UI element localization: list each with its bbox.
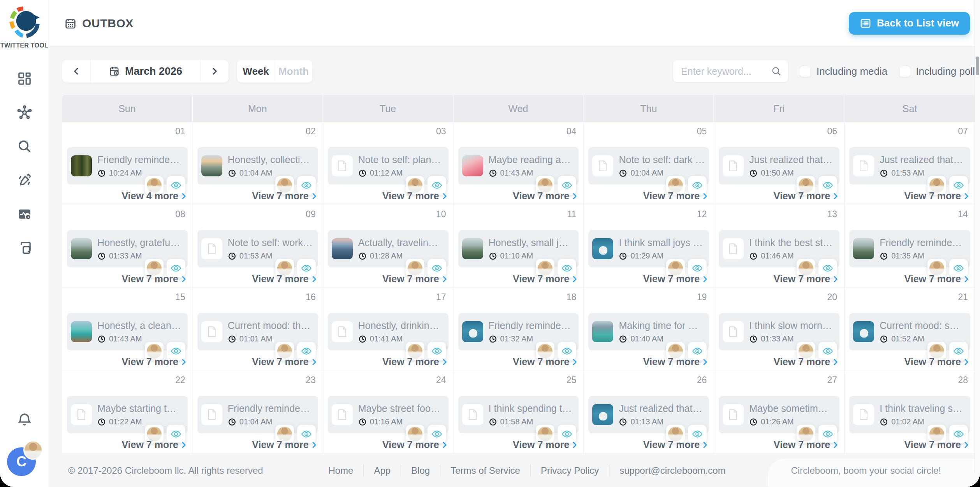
scheduled-post[interactable]: Note to self: plan…01:12 AM (328, 147, 449, 185)
create-post-icon[interactable] (15, 171, 34, 190)
clock-icon (97, 169, 106, 178)
scheduled-post[interactable]: I think the best st…01:46 AM (719, 230, 839, 267)
user-account[interactable]: C (7, 447, 37, 477)
scheduled-post[interactable]: Maybe reading a…01:43 AM (458, 147, 579, 185)
content-area: March 2026 Week Month (49, 47, 980, 487)
view-more-link[interactable]: View 7 more (382, 439, 448, 450)
post-time: 01:33 AM (761, 334, 794, 343)
view-more-link[interactable]: View 7 more (513, 439, 579, 450)
view-more-link[interactable]: View 7 more (904, 356, 970, 367)
view-more-link[interactable]: View 7 more (121, 356, 187, 367)
user-avatar (23, 440, 43, 460)
document-icon (723, 155, 744, 176)
view-more-link[interactable]: View 7 more (774, 356, 839, 367)
scheduled-post[interactable]: Honestly, small j…01:10 AM (458, 230, 579, 267)
post-thumbnail (592, 238, 613, 259)
scheduled-post[interactable]: Honestly, drinkin…01:41 AM (328, 313, 449, 350)
view-more-link[interactable]: View 7 more (252, 356, 318, 367)
next-month-button[interactable] (201, 60, 229, 83)
view-more-link[interactable]: View 7 more (774, 273, 839, 285)
view-more-link[interactable]: View 7 more (513, 273, 579, 285)
scheduled-post[interactable]: Friendly reminde…01:32 AM (458, 313, 579, 350)
month-picker-button[interactable]: March 2026 (90, 60, 201, 83)
day-number: 13 (827, 209, 837, 220)
collections-icon[interactable] (15, 239, 34, 257)
view-more-link[interactable]: View 7 more (252, 273, 318, 285)
scheduled-post[interactable]: I think small joys …01:29 AM (588, 230, 709, 267)
view-more-link[interactable]: View 7 more (382, 356, 448, 367)
view-more-link[interactable]: View 7 more (382, 190, 448, 202)
post-title: Note to self: work… (228, 237, 313, 248)
scheduled-post[interactable]: Just realized that…01:53 AM (849, 147, 970, 185)
post-time: 01:26 AM (761, 417, 794, 426)
circleboom-logo[interactable]: TWITTER TOOL (0, 5, 49, 49)
footer-link-privacy[interactable]: Privacy Policy (531, 465, 609, 476)
view-more-link[interactable]: View 7 more (774, 190, 839, 202)
post-thumbnail (592, 321, 613, 342)
scheduled-post[interactable]: Current mood: th…01:01 AM (197, 313, 318, 350)
footer-link-support-email[interactable]: support@circleboom.com (609, 465, 735, 476)
document-icon (71, 404, 92, 425)
view-more-link[interactable]: View 7 more (643, 273, 709, 285)
footer-link-home[interactable]: Home (318, 465, 363, 476)
view-more-link[interactable]: View 7 more (121, 439, 187, 450)
scheduled-post[interactable]: Friendly reminde…01:35 AM (849, 230, 970, 267)
calendar-day-cell: 28I think traveling s…01:02 AMView 7 mor… (845, 371, 975, 454)
prev-month-button[interactable] (62, 60, 90, 83)
scheduled-post[interactable]: Actually, travelin…01:28 AM (328, 230, 449, 267)
scheduled-post[interactable]: Making time for …01:40 AM (588, 313, 709, 350)
scrollbar-thumb[interactable] (976, 56, 979, 75)
view-more-link[interactable]: View 7 more (643, 356, 709, 367)
day-header: Sat (845, 95, 975, 122)
post-time: 01:22 AM (109, 417, 142, 426)
footer-link-app[interactable]: App (364, 465, 401, 476)
search-nav-icon[interactable] (15, 137, 34, 156)
clock-icon (228, 169, 236, 178)
view-more-link[interactable]: View 7 more (121, 273, 187, 285)
scheduled-post[interactable]: Maybe starting t…01:22 AM (67, 396, 188, 433)
scheduled-post[interactable]: I think traveling s…01:02 AM (849, 396, 970, 433)
view-more-link[interactable]: View 7 more (774, 439, 839, 450)
scheduled-post[interactable]: Just realized that…01:13 AM (588, 396, 709, 433)
tab-week[interactable]: Week (237, 60, 274, 83)
dashboard-icon[interactable] (15, 69, 34, 88)
view-more-link[interactable]: View 7 more (643, 439, 709, 450)
scheduled-post[interactable]: Maybe sometim…01:26 AM (719, 396, 839, 433)
clock-icon (880, 169, 888, 178)
page-title-text: OUTBOX (82, 17, 134, 30)
scheduled-post[interactable]: I think spending t…01:58 AM (458, 396, 579, 433)
scheduled-post[interactable]: Honestly, gratefu…01:33 AM (67, 230, 188, 267)
view-more-link[interactable]: View 7 more (904, 439, 970, 450)
post-title: Just realized that… (880, 154, 963, 165)
scheduled-post[interactable]: Maybe street foo…01:16 AM (328, 396, 449, 433)
footer-link-terms[interactable]: Terms of Service (440, 465, 530, 476)
scheduled-post[interactable]: Friendly reminde…10:24 AM (67, 147, 188, 185)
scheduled-post[interactable]: Friendly reminde…01:04 AM (197, 396, 318, 433)
including-media-checkbox[interactable] (800, 66, 811, 77)
scheduled-post[interactable]: Current mood: s…01:52 AM (849, 313, 970, 350)
tab-month[interactable]: Month (274, 60, 312, 83)
view-more-link[interactable]: View 7 more (382, 273, 448, 285)
post-thumbnail (71, 321, 92, 342)
notifications-bell-icon[interactable] (0, 411, 49, 428)
view-more-link[interactable]: View 7 more (904, 190, 970, 202)
scheduled-post[interactable]: Note to self: work…01:53 AM (197, 230, 318, 267)
including-poll-checkbox[interactable] (899, 66, 910, 77)
connections-icon[interactable] (15, 103, 34, 122)
scheduled-post[interactable]: Honestly, collecti…01:04 AM (197, 147, 318, 185)
view-more-link[interactable]: View 7 more (252, 190, 318, 202)
scheduled-post[interactable]: I think slow morn…01:33 AM (719, 313, 839, 350)
scheduled-post[interactable]: Note to self: dark …01:04 AM (588, 147, 709, 185)
view-more-link[interactable]: View 7 more (643, 190, 709, 202)
scheduled-post[interactable]: Honestly, a clean…01:43 AM (67, 313, 188, 350)
view-more-link[interactable]: View 4 more (121, 190, 187, 202)
view-more-link[interactable]: View 7 more (513, 190, 579, 202)
view-more-link[interactable]: View 7 more (252, 439, 318, 450)
view-more-link[interactable]: View 7 more (513, 356, 579, 367)
scheduled-post[interactable]: Just realized that…01:50 AM (719, 147, 839, 185)
search-icon[interactable] (771, 66, 782, 77)
analytics-icon[interactable] (15, 205, 34, 223)
back-to-list-button[interactable]: Back to List view (849, 12, 970, 35)
footer-link-blog[interactable]: Blog (401, 465, 440, 476)
view-more-link[interactable]: View 7 more (904, 273, 970, 285)
